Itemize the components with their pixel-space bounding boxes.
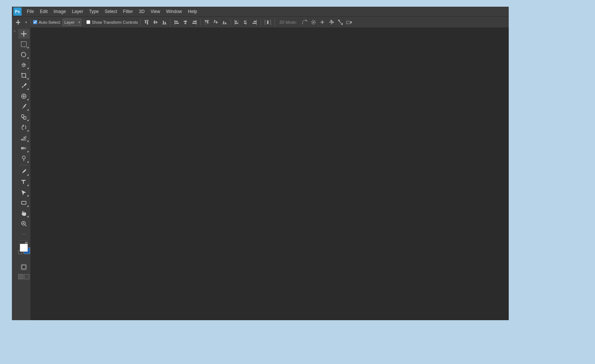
svg-rect-41 (253, 23, 256, 24)
tool-gradient[interactable] (18, 143, 29, 153)
svg-rect-8 (162, 24, 167, 25)
align-vertical-centers[interactable] (152, 19, 159, 26)
canvas-area (30, 27, 509, 320)
svg-text:✛: ✛ (16, 19, 20, 25)
tool-healing[interactable] (18, 91, 29, 101)
auto-select-checkbox[interactable] (33, 20, 37, 24)
tool-move[interactable] (18, 29, 29, 39)
tool-brush[interactable] (18, 102, 29, 111)
svg-rect-27 (213, 22, 218, 23)
toolbar-sep-8 (274, 19, 275, 26)
3d-roll-object[interactable] (310, 19, 317, 26)
tool-zoom[interactable] (18, 219, 29, 228)
toolbar-sep-4 (170, 19, 171, 26)
menu-image[interactable]: Image (51, 7, 69, 16)
auto-select-label[interactable]: Auto-Select: (33, 20, 61, 25)
menu-layer[interactable]: Layer (69, 7, 86, 16)
tool-eyedropper[interactable] (18, 81, 29, 91)
3d-scale-object[interactable] (337, 19, 344, 26)
tool-crop[interactable] (18, 71, 29, 80)
3d-video-camera[interactable] (345, 19, 353, 26)
3d-pan-object[interactable] (319, 19, 326, 26)
svg-rect-37 (244, 21, 245, 22)
menu-view[interactable]: View (148, 7, 163, 16)
full-screen-menu-btn[interactable] (24, 274, 29, 279)
toolbar-move-dropdown[interactable]: ▾ (24, 18, 28, 26)
distribute-top-edges[interactable] (203, 19, 210, 26)
menu-type[interactable]: Type (86, 7, 102, 16)
distribute-right-edges[interactable] (251, 19, 258, 26)
menu-3d[interactable]: 3D (136, 7, 147, 16)
svg-rect-43 (267, 20, 268, 24)
foreground-color[interactable] (20, 244, 28, 252)
tool-dodge[interactable] (18, 154, 29, 163)
align-right-edges[interactable] (191, 19, 198, 26)
menu-filter[interactable]: Filter (120, 7, 136, 16)
align-horizontal-centers[interactable] (182, 19, 189, 26)
3d-rotate-object[interactable] (301, 19, 308, 26)
distribute-vertical-centers[interactable] (212, 19, 219, 26)
svg-line-72 (25, 225, 26, 226)
svg-rect-56 (24, 66, 25, 67)
svg-rect-29 (223, 21, 224, 24)
show-transform-checkbox[interactable] (86, 20, 90, 24)
svg-rect-4 (147, 21, 148, 25)
tools-panel: ··· ⇄ (17, 27, 30, 320)
show-transform-label[interactable]: Show Transform Controls (86, 20, 138, 25)
align-left-edges[interactable] (173, 19, 180, 26)
tool-path-selection[interactable] (18, 188, 29, 197)
tool-shape[interactable] (18, 198, 29, 208)
menu-edit[interactable]: Edit (37, 7, 51, 16)
collapse-handle[interactable]: » (12, 27, 17, 320)
standard-screen-btn[interactable] (18, 274, 23, 279)
tool-pen[interactable] (18, 167, 29, 176)
distribute-horizontal-centers[interactable] (242, 19, 250, 26)
svg-rect-22 (204, 24, 209, 24)
menu-select[interactable]: Select (102, 7, 120, 16)
menu-file[interactable]: File (24, 7, 37, 16)
tool-more[interactable]: ··· (18, 229, 29, 239)
tool-separator (19, 165, 28, 165)
svg-rect-31 (235, 20, 235, 25)
svg-rect-10 (165, 22, 166, 24)
show-transform-text: Show Transform Controls (92, 20, 138, 25)
distribute-evenly[interactable] (263, 19, 272, 26)
quick-mask-btn[interactable] (18, 262, 29, 272)
distribute-bottom-edges[interactable] (221, 19, 228, 26)
tool-magic-wand[interactable] (18, 60, 29, 70)
svg-rect-42 (264, 20, 266, 25)
tool-eraser[interactable] (18, 133, 29, 143)
layer-select[interactable]: Layer Group (62, 19, 81, 26)
toolbar-move-icon: ✛ (14, 18, 22, 26)
options-toolbar: ✛ ▾ Auto-Select: Layer Group Show Transf… (12, 16, 509, 27)
tool-hand[interactable] (18, 208, 29, 218)
svg-rect-53 (22, 63, 23, 64)
svg-point-76 (22, 265, 26, 269)
svg-rect-61 (22, 115, 24, 117)
screen-mode-area (18, 274, 29, 279)
svg-rect-7 (156, 21, 157, 23)
tool-lasso[interactable] (18, 50, 29, 59)
tool-history-brush[interactable] (18, 123, 29, 132)
tool-marquee[interactable] (18, 39, 29, 49)
align-top-edges[interactable] (143, 19, 150, 26)
tool-type[interactable] (18, 177, 29, 187)
tool-stamp[interactable] (18, 112, 29, 122)
menu-help[interactable]: Help (185, 7, 200, 16)
color-swatches-area: ⇄ (20, 244, 28, 252)
svg-rect-48 (21, 42, 26, 47)
align-bottom-edges[interactable] (161, 19, 168, 26)
svg-rect-5 (153, 22, 158, 23)
auto-select-text: Auto-Select: (39, 20, 61, 25)
3d-slide-object[interactable] (328, 19, 335, 26)
distribute-left-edges[interactable] (233, 19, 241, 26)
svg-rect-34 (235, 21, 237, 22)
svg-rect-28 (222, 24, 227, 24)
menu-window[interactable]: Window (163, 7, 185, 16)
svg-point-68 (24, 171, 25, 172)
svg-rect-24 (207, 20, 208, 23)
svg-rect-12 (175, 21, 178, 22)
svg-rect-46 (347, 21, 350, 24)
svg-rect-16 (184, 23, 186, 24)
svg-rect-54 (22, 66, 23, 67)
